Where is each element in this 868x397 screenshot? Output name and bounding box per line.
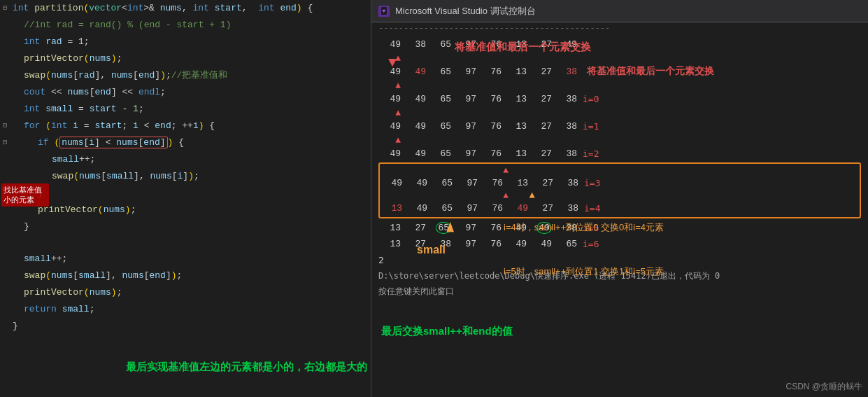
csdn-badge: CSDN @贪睡的蜗牛 bbox=[785, 381, 862, 393]
code-line-11: swap(nums[small], nums[i]); bbox=[0, 168, 371, 185]
cell-5-0: 49 bbox=[380, 178, 405, 188]
cell-2-3: 97 bbox=[454, 94, 479, 104]
data-row-1: 49 49 65 97 76 13 27 38 将基准值和最后一个元素交换 bbox=[378, 64, 861, 79]
code-line-4: printVector(nums); bbox=[0, 50, 371, 67]
i5-annotation: i=5时，samll++到位置1 交换1和i=5元素 bbox=[504, 265, 664, 279]
cell-2-4: 76 bbox=[479, 94, 504, 104]
cell-3-4: 76 bbox=[479, 121, 504, 132]
cell-8-3: 97 bbox=[454, 239, 479, 249]
cell-0-2: 65 bbox=[429, 39, 454, 50]
fold-icon-3: ⊟ bbox=[0, 135, 10, 151]
data-row-5: ▲ 49 49 65 97 76 13 27 38 i=3 bbox=[380, 165, 860, 190]
bottom-ann-1: 最后交换small++和end的值 bbox=[381, 325, 513, 338]
row-label-i6: i=6 bbox=[583, 239, 599, 249]
code-line-7: int small = start - 1; bbox=[0, 101, 371, 118]
left-annotation: 找比基准值 小的元素 bbox=[1, 183, 49, 207]
cell-6-3: 97 bbox=[455, 203, 481, 214]
cell-3-1: 49 bbox=[404, 121, 429, 132]
code-line-6: cout << nums[end] << endl; bbox=[0, 84, 371, 101]
cell-5-1: 49 bbox=[405, 178, 430, 188]
small-label-overlay: small bbox=[417, 244, 446, 256]
cell-2-6: 27 bbox=[529, 94, 555, 104]
cell-6-5: 49 bbox=[506, 203, 531, 214]
small-up-arrow: ▲ bbox=[446, 217, 454, 238]
cell-8-4: 76 bbox=[479, 239, 504, 249]
data-row-5-vals: 49 49 65 97 76 13 27 38 i=3 bbox=[380, 175, 860, 190]
cell-2-0: 49 bbox=[378, 94, 404, 104]
code-text: } bbox=[10, 219, 371, 235]
data-row-6: ▲ ▲ 13 49 65 97 76 49 27 38 i=4 bbox=[380, 190, 860, 216]
row-label-i1: i=1 bbox=[583, 121, 599, 132]
code-text: small++; bbox=[10, 251, 371, 267]
cell-3-3: 97 bbox=[454, 121, 479, 132]
code-line-8: ⊟ for (int i = start; i < end; ++i) { bbox=[0, 118, 371, 134]
cell-5-6: 27 bbox=[531, 178, 556, 188]
cell-4-3: 97 bbox=[454, 148, 479, 159]
cell-7-4: 76 bbox=[479, 223, 504, 233]
cell-5-5: 13 bbox=[506, 178, 531, 188]
code-line-19: return small; bbox=[0, 301, 371, 318]
data-row-0: 49 38 65 97 76 13 27 49 bbox=[378, 36, 861, 52]
code-line-2: //int rad = rand() % (end - start + 1) bbox=[0, 17, 371, 34]
code-text: int partition(vector<int>& nums, int sta… bbox=[10, 1, 371, 16]
code-text: small++; bbox=[10, 152, 371, 167]
cell-5-7: 38 bbox=[556, 178, 581, 188]
cell-1-2: 65 bbox=[429, 67, 454, 77]
cell-8-6: 49 bbox=[529, 239, 555, 249]
cell-4-4: 76 bbox=[479, 148, 504, 159]
debug-title-text: Microsoft Visual Studio 调试控制台 bbox=[395, 5, 536, 18]
cell-3-5: 13 bbox=[504, 121, 529, 132]
data-row-8: 13 27 38 97 76 49 49 65 i=6 bbox=[378, 236, 861, 251]
code-text: for (int i = start; i < end; ++i) { bbox=[10, 118, 371, 134]
code-text: swap(nums[small], nums[i]); bbox=[10, 169, 371, 184]
arrow-row-6: ▲ ▲ bbox=[380, 190, 860, 200]
arrow-3: ▲ bbox=[378, 108, 405, 118]
cell-6-4: 76 bbox=[481, 203, 506, 214]
cell-2-7: 38 bbox=[555, 94, 580, 104]
code-line-1: ⊟ int partition(vector<int>& nums, int s… bbox=[0, 0, 371, 17]
cell-2-5: 13 bbox=[504, 94, 529, 104]
cell-3-6: 27 bbox=[529, 121, 555, 132]
cell-5-4: 76 bbox=[481, 178, 506, 188]
vs-logo: ♥ bbox=[381, 7, 387, 15]
cell-1-7: 38 bbox=[555, 67, 580, 77]
code-text: printVector(nums); bbox=[10, 285, 371, 300]
code-text: swap(nums[rad], nums[end]);//把基准值和 bbox=[10, 68, 371, 83]
cell-1-1: 49 bbox=[404, 67, 429, 77]
boxed-rows: ▲ 49 49 65 97 76 13 27 38 i=3 ▲ bbox=[378, 162, 861, 218]
arrow-4: ▲ bbox=[378, 135, 405, 146]
cell-6-6: 27 bbox=[531, 203, 556, 214]
code-text: } bbox=[10, 186, 371, 201]
code-line-9: ⊟ if (nums[i] < nums[end]) { bbox=[0, 134, 371, 151]
code-text: printVector(nums); bbox=[10, 202, 371, 218]
cell-6-2: 65 bbox=[430, 203, 455, 214]
cell-4-2: 65 bbox=[429, 148, 454, 159]
arrow-row-4: ▲ bbox=[378, 134, 861, 146]
cell-0-0: 49 bbox=[378, 39, 404, 50]
arrow-row-3: ▲ bbox=[378, 107, 861, 118]
cell-6-7: 38 bbox=[556, 203, 581, 214]
cell-0-1: 38 bbox=[404, 39, 429, 50]
cell-4-7: 38 bbox=[555, 148, 580, 159]
cell-1-5: 13 bbox=[504, 67, 529, 77]
code-line-13: printVector(nums); bbox=[0, 202, 371, 218]
cell-4-1: 49 bbox=[404, 148, 429, 159]
code-text: swap(nums[small], nums[end]); bbox=[10, 268, 371, 284]
cell-4-0: 49 bbox=[378, 148, 404, 159]
code-editor: ⊟ int partition(vector<int>& nums, int s… bbox=[0, 0, 371, 397]
cell-7-1: 27 bbox=[404, 223, 429, 233]
cell-2-2: 65 bbox=[429, 94, 454, 104]
fold-icon-2: ⊟ bbox=[0, 118, 10, 134]
cell-6-0: 13 bbox=[380, 203, 405, 214]
cell-7-3: 97 bbox=[454, 223, 479, 233]
code-text: } bbox=[10, 319, 371, 334]
cell-8-0: 13 bbox=[378, 239, 404, 249]
cell-5-2: 65 bbox=[430, 178, 455, 188]
i4-annotation: i=4时，samll++到位置0 交换0和i=4元素 bbox=[504, 221, 664, 235]
data-row-6-vals: 13 49 65 97 76 49 27 38 i=4 bbox=[380, 200, 860, 216]
code-text: int rad = 1; bbox=[10, 34, 371, 50]
row-label-i3: i=3 bbox=[584, 178, 600, 188]
data-row-4: 49 49 65 97 76 13 27 38 i=2 bbox=[378, 146, 861, 161]
swap-annotation: 将基准值和最后一个元素交换 bbox=[587, 65, 714, 78]
swap-down-arrow: ▼ bbox=[388, 55, 397, 71]
